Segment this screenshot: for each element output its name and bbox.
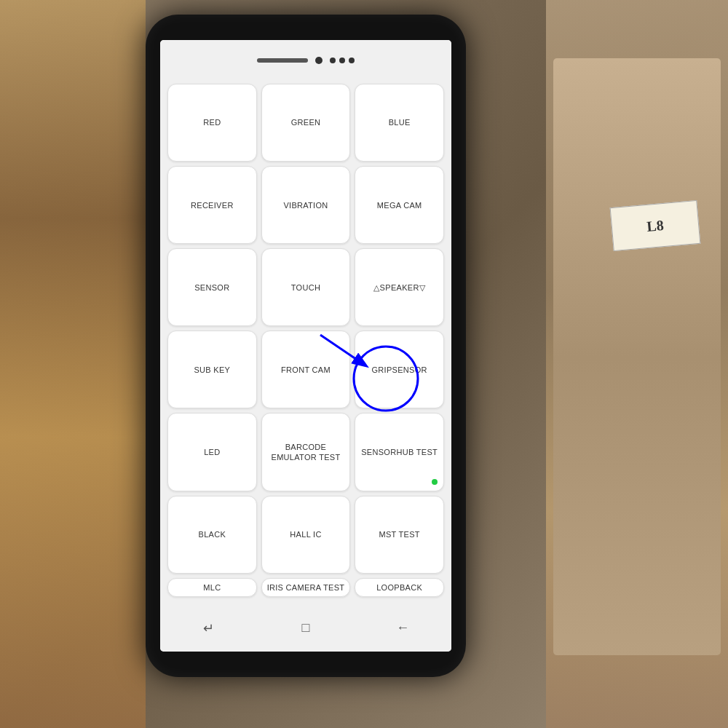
status-dot-2 xyxy=(339,58,345,63)
btn-touch[interactable]: TOUCH xyxy=(261,248,351,326)
btn-black[interactable]: BLACK xyxy=(167,496,257,574)
btn-sub-key[interactable]: SUB KEY xyxy=(167,331,257,408)
nav-home-icon[interactable]: □ xyxy=(295,617,317,639)
phone-body: RED GREEN BLUE RECEIVER VIBRATION MEGA C… xyxy=(146,15,466,677)
btn-barcode-emulator-test[interactable]: BARCODE EMULATOR TEST xyxy=(261,413,351,491)
btn-blue[interactable]: BLUE xyxy=(355,84,444,162)
nav-back-icon[interactable]: ← xyxy=(392,617,414,639)
phone-top-bar xyxy=(160,40,451,80)
btn-green[interactable]: GREEN xyxy=(261,84,351,162)
btn-hall-ic[interactable]: HALL IC xyxy=(261,496,351,574)
btn-vibration[interactable]: VIBRATION xyxy=(261,166,351,244)
btn-sensorhub-test[interactable]: SENSORHUB TEST xyxy=(355,413,444,491)
btn-red[interactable]: RED xyxy=(167,84,257,162)
hardware-panel: L8 xyxy=(553,58,721,655)
nav-recents-icon[interactable]: ↵ xyxy=(198,617,220,639)
btn-mlc[interactable]: MLC xyxy=(167,578,257,597)
btn-iris-camera-test[interactable]: IRIS CAMERA TEST xyxy=(261,578,351,597)
nav-bar: ↵ □ ← xyxy=(160,604,451,652)
status-dots xyxy=(330,58,355,63)
scene: L8 RED GREEN BLUE RECEIVER VIBR xyxy=(0,0,728,728)
front-camera-dot xyxy=(315,57,323,64)
btn-receiver[interactable]: RECEIVER xyxy=(167,166,257,244)
test-menu-grid: RED GREEN BLUE RECEIVER VIBRATION MEGA C… xyxy=(164,80,448,601)
green-dot-indicator xyxy=(432,479,438,485)
btn-led[interactable]: LED xyxy=(167,413,257,491)
btn-mega-cam[interactable]: MEGA CAM xyxy=(355,166,444,244)
btn-sensor[interactable]: SENSOR xyxy=(167,248,257,326)
btn-speaker[interactable]: △SPEAKER▽ xyxy=(355,248,444,326)
background-left xyxy=(0,0,146,728)
speaker-bar xyxy=(257,58,308,63)
status-dot-3 xyxy=(349,58,355,63)
btn-mst-test[interactable]: MST TEST xyxy=(355,496,444,574)
blue-circle-annotation xyxy=(349,342,422,415)
svg-point-2 xyxy=(354,347,418,411)
label-sticker: L8 xyxy=(610,200,701,251)
btn-loopback[interactable]: LOOPBACK xyxy=(355,578,444,597)
status-dot-1 xyxy=(330,58,336,63)
